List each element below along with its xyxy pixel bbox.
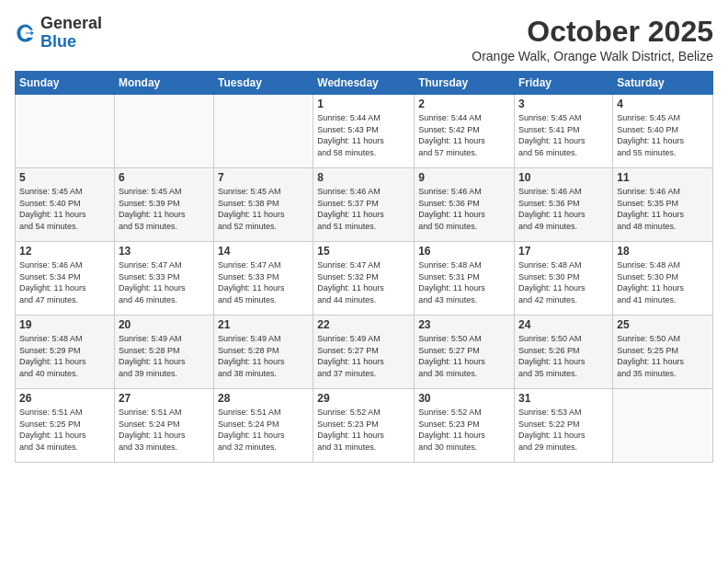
- day-number: 3: [518, 98, 609, 110]
- weekday-header-tuesday: Tuesday: [214, 72, 313, 95]
- day-info: Sunrise: 5:52 AM Sunset: 5:23 PM Dayligh…: [317, 407, 410, 453]
- day-number: 13: [119, 245, 210, 258]
- weekday-header-sunday: Sunday: [16, 72, 115, 95]
- logo-text-block: General Blue: [40, 15, 102, 52]
- day-number: 29: [317, 392, 410, 405]
- calendar-cell: 23Sunrise: 5:50 AM Sunset: 5:27 PM Dayli…: [415, 316, 515, 389]
- day-number: 19: [19, 318, 110, 331]
- logo-general: General: [40, 14, 102, 32]
- day-number: 24: [518, 318, 609, 331]
- day-number: 16: [418, 245, 510, 258]
- day-info: Sunrise: 5:50 AM Sunset: 5:25 PM Dayligh…: [617, 333, 709, 379]
- calendar-week-5: 26Sunrise: 5:51 AM Sunset: 5:25 PM Dayli…: [16, 389, 713, 463]
- weekday-header-thursday: Thursday: [415, 72, 515, 95]
- day-number: 17: [518, 245, 609, 258]
- day-info: Sunrise: 5:45 AM Sunset: 5:40 PM Dayligh…: [617, 112, 709, 158]
- title-block: October 2025 Orange Walk, Orange Walk Di…: [472, 15, 713, 63]
- calendar-cell: [214, 95, 313, 168]
- calendar-cell: 12Sunrise: 5:46 AM Sunset: 5:34 PM Dayli…: [16, 242, 115, 316]
- calendar-cell: 7Sunrise: 5:45 AM Sunset: 5:38 PM Daylig…: [214, 168, 313, 242]
- calendar-cell: 15Sunrise: 5:47 AM Sunset: 5:32 PM Dayli…: [313, 242, 415, 316]
- day-info: Sunrise: 5:52 AM Sunset: 5:23 PM Dayligh…: [418, 407, 510, 453]
- day-info: Sunrise: 5:46 AM Sunset: 5:37 PM Dayligh…: [317, 186, 410, 232]
- calendar-cell: 22Sunrise: 5:49 AM Sunset: 5:27 PM Dayli…: [313, 316, 415, 389]
- calendar-cell: 3Sunrise: 5:45 AM Sunset: 5:41 PM Daylig…: [515, 95, 613, 168]
- day-number: 5: [19, 171, 110, 184]
- day-info: Sunrise: 5:45 AM Sunset: 5:38 PM Dayligh…: [218, 186, 309, 232]
- day-number: 23: [418, 318, 510, 331]
- month-title: October 2025: [472, 15, 713, 49]
- weekday-header-wednesday: Wednesday: [313, 72, 415, 95]
- calendar-cell: [16, 95, 115, 168]
- day-info: Sunrise: 5:50 AM Sunset: 5:27 PM Dayligh…: [418, 333, 510, 379]
- calendar-cell: 6Sunrise: 5:45 AM Sunset: 5:39 PM Daylig…: [114, 168, 213, 242]
- day-number: 8: [317, 171, 410, 184]
- day-number: 28: [218, 392, 309, 405]
- logo-blue: Blue: [40, 32, 76, 51]
- calendar-cell: 19Sunrise: 5:48 AM Sunset: 5:29 PM Dayli…: [16, 316, 115, 389]
- day-number: 6: [119, 171, 210, 184]
- day-number: 25: [617, 318, 709, 331]
- calendar-cell: 20Sunrise: 5:49 AM Sunset: 5:28 PM Dayli…: [114, 316, 213, 389]
- calendar-cell: 10Sunrise: 5:46 AM Sunset: 5:36 PM Dayli…: [515, 168, 613, 242]
- day-info: Sunrise: 5:44 AM Sunset: 5:42 PM Dayligh…: [418, 112, 510, 158]
- calendar-cell: 14Sunrise: 5:47 AM Sunset: 5:33 PM Dayli…: [214, 242, 313, 316]
- calendar-week-4: 19Sunrise: 5:48 AM Sunset: 5:29 PM Dayli…: [16, 316, 713, 389]
- day-info: Sunrise: 5:47 AM Sunset: 5:33 PM Dayligh…: [218, 259, 309, 305]
- weekday-header-row: SundayMondayTuesdayWednesdayThursdayFrid…: [16, 72, 713, 95]
- day-number: 9: [418, 171, 510, 184]
- day-info: Sunrise: 5:48 AM Sunset: 5:31 PM Dayligh…: [418, 259, 510, 305]
- calendar-table: SundayMondayTuesdayWednesdayThursdayFrid…: [15, 71, 713, 463]
- calendar-cell: 2Sunrise: 5:44 AM Sunset: 5:42 PM Daylig…: [415, 95, 515, 168]
- day-number: 10: [518, 171, 609, 184]
- day-info: Sunrise: 5:51 AM Sunset: 5:24 PM Dayligh…: [218, 407, 309, 453]
- day-number: 4: [617, 98, 709, 110]
- logo: General Blue: [15, 15, 102, 52]
- calendar-cell: 13Sunrise: 5:47 AM Sunset: 5:33 PM Dayli…: [114, 242, 213, 316]
- day-number: 21: [218, 318, 309, 331]
- day-number: 18: [617, 245, 709, 258]
- day-info: Sunrise: 5:48 AM Sunset: 5:30 PM Dayligh…: [518, 259, 609, 305]
- day-info: Sunrise: 5:48 AM Sunset: 5:30 PM Dayligh…: [617, 259, 709, 305]
- day-number: 12: [19, 245, 110, 258]
- calendar-week-3: 12Sunrise: 5:46 AM Sunset: 5:34 PM Dayli…: [16, 242, 713, 316]
- day-info: Sunrise: 5:46 AM Sunset: 5:35 PM Dayligh…: [617, 186, 709, 232]
- calendar-cell: 8Sunrise: 5:46 AM Sunset: 5:37 PM Daylig…: [313, 168, 415, 242]
- calendar-cell: 21Sunrise: 5:49 AM Sunset: 5:28 PM Dayli…: [214, 316, 313, 389]
- calendar-cell: 5Sunrise: 5:45 AM Sunset: 5:40 PM Daylig…: [16, 168, 115, 242]
- day-info: Sunrise: 5:50 AM Sunset: 5:26 PM Dayligh…: [518, 333, 609, 379]
- calendar-cell: 16Sunrise: 5:48 AM Sunset: 5:31 PM Dayli…: [415, 242, 515, 316]
- day-info: Sunrise: 5:46 AM Sunset: 5:36 PM Dayligh…: [418, 186, 510, 232]
- day-info: Sunrise: 5:49 AM Sunset: 5:28 PM Dayligh…: [119, 333, 210, 379]
- calendar-cell: 17Sunrise: 5:48 AM Sunset: 5:30 PM Dayli…: [515, 242, 613, 316]
- day-info: Sunrise: 5:46 AM Sunset: 5:36 PM Dayligh…: [518, 186, 609, 232]
- day-info: Sunrise: 5:49 AM Sunset: 5:28 PM Dayligh…: [218, 333, 309, 379]
- weekday-header-friday: Friday: [515, 72, 613, 95]
- logo-text: General Blue: [40, 15, 102, 52]
- day-info: Sunrise: 5:45 AM Sunset: 5:39 PM Dayligh…: [119, 186, 210, 232]
- day-number: 11: [617, 171, 709, 184]
- day-info: Sunrise: 5:46 AM Sunset: 5:34 PM Dayligh…: [19, 259, 110, 305]
- day-info: Sunrise: 5:48 AM Sunset: 5:29 PM Dayligh…: [19, 333, 110, 379]
- weekday-header-monday: Monday: [114, 72, 213, 95]
- day-number: 7: [218, 171, 309, 184]
- day-info: Sunrise: 5:47 AM Sunset: 5:32 PM Dayligh…: [317, 259, 410, 305]
- day-number: 26: [19, 392, 110, 405]
- calendar-week-1: 1Sunrise: 5:44 AM Sunset: 5:43 PM Daylig…: [16, 95, 713, 168]
- calendar-cell: 9Sunrise: 5:46 AM Sunset: 5:36 PM Daylig…: [415, 168, 515, 242]
- day-info: Sunrise: 5:53 AM Sunset: 5:22 PM Dayligh…: [518, 407, 609, 453]
- day-info: Sunrise: 5:45 AM Sunset: 5:41 PM Dayligh…: [518, 112, 609, 158]
- day-number: 22: [317, 318, 410, 331]
- calendar-week-2: 5Sunrise: 5:45 AM Sunset: 5:40 PM Daylig…: [16, 168, 713, 242]
- day-info: Sunrise: 5:44 AM Sunset: 5:43 PM Dayligh…: [317, 112, 410, 158]
- calendar-cell: 27Sunrise: 5:51 AM Sunset: 5:24 PM Dayli…: [114, 389, 213, 463]
- logo-icon: [15, 22, 37, 44]
- calendar-cell: 28Sunrise: 5:51 AM Sunset: 5:24 PM Dayli…: [214, 389, 313, 463]
- day-number: 15: [317, 245, 410, 258]
- page: General Blue October 2025 Orange Walk, O…: [0, 0, 728, 563]
- calendar-cell: [613, 389, 713, 463]
- day-info: Sunrise: 5:51 AM Sunset: 5:25 PM Dayligh…: [19, 407, 110, 453]
- day-number: 30: [418, 392, 510, 405]
- day-number: 1: [317, 98, 410, 110]
- day-number: 27: [119, 392, 210, 405]
